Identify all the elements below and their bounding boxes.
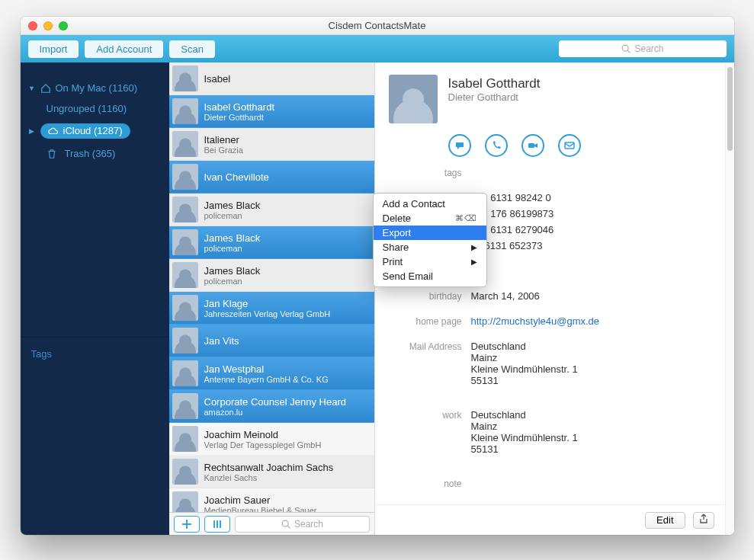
contact-avatar[interactable] xyxy=(389,75,438,123)
avatar xyxy=(172,66,198,91)
contact-subtitle: Kanzlei Sachs xyxy=(204,473,334,482)
submenu-arrow-icon: ▶ xyxy=(471,243,477,251)
contact-list-search[interactable]: Search xyxy=(235,516,370,533)
contact-subtitle: amazon.lu xyxy=(204,408,346,417)
sidebar-item-icloud[interactable]: ▶ iCloud (1287) xyxy=(21,119,169,143)
contact-row[interactable]: Joachim SauerMedienBureau Biebel & Sauer xyxy=(169,488,374,512)
contact-subtitle: policeman xyxy=(204,277,261,286)
contact-name: Isabel Gotthardt xyxy=(448,76,541,91)
avatar xyxy=(172,229,198,255)
contact-row[interactable]: Isabel xyxy=(169,62,374,95)
email-button[interactable] xyxy=(558,134,581,157)
cloud-badge-icon xyxy=(174,179,188,188)
import-button[interactable]: Import xyxy=(28,40,79,58)
message-icon xyxy=(454,140,465,151)
ctx-send-email[interactable]: Send Email xyxy=(374,269,486,283)
avatar xyxy=(172,328,198,354)
phone-workfax[interactable]: +49 6131 6279046 xyxy=(471,224,711,235)
contact-name: Corporate Counsel Jenny Heard xyxy=(204,396,346,408)
cloud-badge-icon xyxy=(174,507,188,512)
contact-name: Ivan Chevillote xyxy=(204,171,269,183)
window-title: Cisdem ContactsMate xyxy=(21,20,734,31)
contact-list[interactable]: IsabelIsabel GotthardtDieter GotthardtIt… xyxy=(169,62,374,512)
contact-name: Isabel Gotthardt xyxy=(204,101,275,113)
svg-point-0 xyxy=(623,45,629,51)
avatar xyxy=(172,164,198,190)
contact-detail-pane: Isabel Gotthardt Dieter Gotthardt tags w… xyxy=(375,62,734,535)
window-controls xyxy=(28,21,68,30)
cloud-badge-icon xyxy=(174,245,188,254)
avatar xyxy=(172,459,198,485)
video-button[interactable] xyxy=(521,134,544,157)
contact-row[interactable]: Ivan Chevillote xyxy=(169,161,374,194)
contact-name: Italiener xyxy=(204,134,243,146)
contact-subtitle: Bei Grazia xyxy=(204,146,243,155)
scrollbar-thumb[interactable] xyxy=(727,67,733,151)
avatar xyxy=(172,360,198,386)
contact-row[interactable]: James Blackpoliceman xyxy=(169,259,374,292)
contact-name: James Black xyxy=(204,265,261,277)
ctx-add-contact[interactable]: Add a Contact xyxy=(374,197,486,211)
tags-section-header: Tags xyxy=(21,337,169,535)
app-window: Cisdem ContactsMate Import Add Account S… xyxy=(21,17,734,535)
share-button[interactable] xyxy=(693,512,714,529)
toolbar: Import Add Account Scan Search xyxy=(21,35,734,62)
svg-line-3 xyxy=(287,526,290,528)
minimize-window-button[interactable] xyxy=(43,21,53,30)
search-icon xyxy=(281,519,291,530)
zoom-window-button[interactable] xyxy=(59,21,68,30)
message-button[interactable] xyxy=(448,134,471,157)
contact-row[interactable]: Joachim MeinoldVerlag Der Tagesspiegel G… xyxy=(169,423,374,456)
sidebar: ▼ On My Mac (1160) Ungrouped (1160) ▶ iC… xyxy=(21,62,169,535)
ctx-share[interactable]: Share▶ xyxy=(374,240,486,254)
contact-row[interactable]: Jan KlageJahreszeiten Verlag Verlag GmbH xyxy=(169,292,374,325)
phone-mobile-2[interactable]: 49 6131 652373 xyxy=(471,240,711,251)
columns-button[interactable] xyxy=(204,516,230,533)
sidebar-item-trash[interactable]: Trash (365) xyxy=(21,143,169,164)
contact-row[interactable]: Corporate Counsel Jenny Heardamazon.lu xyxy=(169,390,374,423)
contact-row[interactable]: Rechtsanwalt Joachim SachsKanzlei Sachs xyxy=(169,456,374,488)
call-button[interactable] xyxy=(485,134,508,157)
contact-row[interactable]: James Blackpoliceman xyxy=(169,226,374,259)
home-icon xyxy=(40,83,51,94)
submenu-arrow-icon: ▶ xyxy=(471,258,477,266)
avatar xyxy=(172,426,198,452)
contact-company: Dieter Gotthardt xyxy=(448,91,541,103)
disclosure-triangle-icon[interactable]: ▼ xyxy=(28,85,36,92)
ctx-export[interactable]: Export xyxy=(374,226,486,240)
search-input[interactable]: Search xyxy=(559,40,727,57)
disclosure-triangle-icon[interactable]: ▶ xyxy=(28,127,36,135)
contact-list-toolbar: Search xyxy=(169,512,374,535)
cloud-badge-icon xyxy=(174,212,188,221)
avatar xyxy=(172,131,198,157)
avatar xyxy=(172,98,198,124)
cloud-badge-icon xyxy=(174,376,188,385)
sidebar-item-ungrouped[interactable]: Ungrouped (1160) xyxy=(21,98,169,119)
contact-row[interactable]: Jan WestphalAntenne Bayern GmbH & Co. KG xyxy=(169,357,374,390)
ctx-print[interactable]: Print▶ xyxy=(374,254,486,269)
phone-work[interactable]: +49 6131 98242 0 xyxy=(471,192,711,203)
contact-subtitle: Antenne Bayern GmbH & Co. KG xyxy=(204,375,329,384)
scan-button[interactable]: Scan xyxy=(169,40,215,58)
svg-point-2 xyxy=(282,520,288,526)
contact-name: Isabel xyxy=(204,73,231,85)
phone-mobile[interactable]: +49 176 86199873 xyxy=(471,208,711,219)
homepage-link[interactable]: http://2muchstyle4u@gmx.de xyxy=(471,315,600,327)
add-contact-button[interactable] xyxy=(174,516,200,533)
contact-subtitle: Jahreszeiten Verlag Verlag GmbH xyxy=(204,309,331,318)
contact-row[interactable]: Jan Vits xyxy=(169,325,374,357)
edit-button[interactable]: Edit xyxy=(645,512,685,529)
close-window-button[interactable] xyxy=(28,21,37,30)
contact-row[interactable]: ItalienerBei Grazia xyxy=(169,128,374,161)
contact-row[interactable]: Isabel GotthardtDieter Gotthardt xyxy=(169,95,374,128)
contact-subtitle: Dieter Gotthardt xyxy=(204,113,275,122)
tags-label: tags xyxy=(389,167,471,178)
contact-name: Jan Westphal xyxy=(204,363,329,375)
ctx-delete[interactable]: Delete⌘⌫ xyxy=(374,211,486,226)
contact-name: James Black xyxy=(204,200,261,211)
sidebar-item-on-my-mac[interactable]: ▼ On My Mac (1160) xyxy=(21,78,169,98)
contact-row[interactable]: James Blackpoliceman xyxy=(169,194,374,226)
add-account-button[interactable]: Add Account xyxy=(85,40,163,58)
detail-scrollbar[interactable] xyxy=(725,62,734,535)
share-icon xyxy=(699,514,708,524)
